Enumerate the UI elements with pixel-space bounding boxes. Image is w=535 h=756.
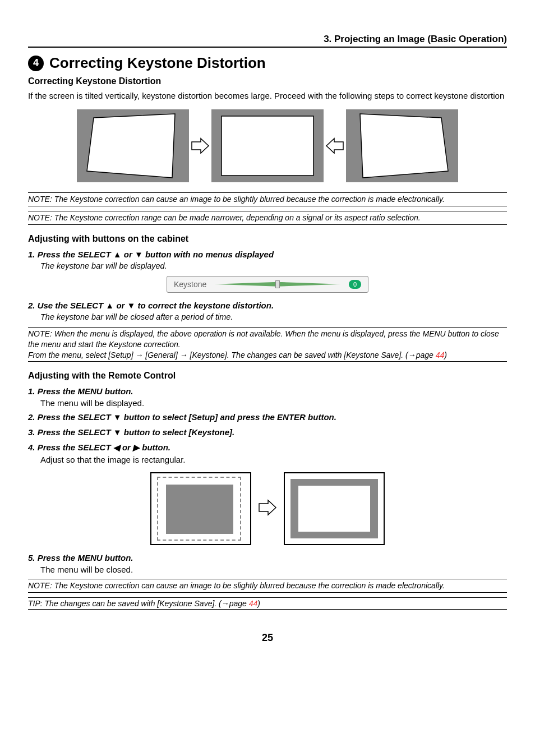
- remote-step-5-note: The menu will be closed.: [40, 565, 507, 574]
- tip-suffix: ): [257, 599, 260, 608]
- keystone-value: 0: [349, 280, 361, 289]
- section-title-text: Correcting Keystone Distortion: [49, 54, 266, 72]
- page-link-44-b[interactable]: 44: [249, 599, 258, 608]
- subheading-cabinet: Adjusting with buttons on the cabinet: [28, 234, 507, 244]
- distorted-right-frame: [346, 109, 458, 182]
- cabinet-step-2-note: The keystone bar will be closed after a …: [40, 312, 507, 321]
- remote-step-4-note: Adjust so that the image is rectangular.: [40, 455, 507, 464]
- arrow-right-icon-2: [258, 499, 277, 518]
- tip-prefix: TIP: The changes can be saved with [Keys…: [28, 599, 249, 608]
- distorted-left-frame: [77, 109, 189, 182]
- note-blur-2: NOTE: The Keystone correction can cause …: [28, 579, 507, 593]
- arrow-right-icon: [189, 137, 211, 154]
- keystone-label: Keystone: [174, 280, 206, 289]
- intro-text: If the screen is tilted vertically, keys…: [28, 90, 507, 102]
- remote-step-1-note: The menu will be displayed.: [40, 398, 507, 408]
- remote-step-4: 4. Press the SELECT ◀ or ▶ button.: [28, 442, 507, 453]
- svg-marker-5: [360, 114, 448, 178]
- tip-keystone-save: TIP: The changes can be saved with [Keys…: [28, 597, 507, 610]
- chapter-header: 3. Projecting an Image (Basic Operation): [28, 34, 507, 48]
- note-blur-1: NOTE: The Keystone correction can cause …: [28, 192, 507, 206]
- svg-rect-3: [222, 116, 313, 176]
- section-title: 4 Correcting Keystone Distortion: [28, 54, 507, 72]
- keystone-bar: Keystone 0: [167, 276, 368, 293]
- note-range: NOTE: The Keystone correction range can …: [28, 211, 507, 225]
- note-menu-text-a: NOTE: When the menu is displayed, the ab…: [28, 329, 499, 349]
- page-link-44-a[interactable]: 44: [436, 351, 445, 359]
- section-number-badge: 4: [28, 56, 44, 71]
- remote-step-2: 2. Press the SELECT ▼ button to select […: [28, 412, 507, 422]
- note-menu-displayed: NOTE: When the menu is displayed, the ab…: [28, 327, 507, 362]
- note-menu-text-b-suffix: ): [444, 351, 447, 359]
- subheading-remote: Adjusting with the Remote Control: [28, 371, 507, 381]
- corrected-frame: [211, 109, 324, 182]
- subheading-correcting: Correcting Keystone Distortion: [28, 76, 507, 86]
- before-adjust-frame: [150, 472, 251, 545]
- cabinet-step-2: 2. Use the SELECT ▲ or ▼ to correct the …: [28, 301, 507, 310]
- keystone-slider: [214, 283, 341, 285]
- cabinet-step-1-note: The keystone bar will be displayed.: [40, 261, 507, 270]
- remote-step-1: 1. Press the MENU button.: [28, 386, 507, 396]
- note-menu-text-b-prefix: From the menu, select [Setup] → [General…: [28, 351, 436, 359]
- page-number: 25: [28, 632, 507, 644]
- after-adjust-frame: [284, 472, 385, 545]
- arrow-left-icon: [324, 137, 346, 154]
- svg-marker-1: [87, 114, 175, 178]
- remote-step-5: 5. Press the MENU button.: [28, 553, 507, 563]
- cabinet-step-1: 1. Press the SELECT ▲ or ▼ button with n…: [28, 250, 507, 259]
- keystone-diagram-row: [28, 109, 507, 182]
- remote-step-3: 3. Press the SELECT ▼ button to select […: [28, 427, 507, 437]
- remote-diagram-row: [28, 472, 507, 545]
